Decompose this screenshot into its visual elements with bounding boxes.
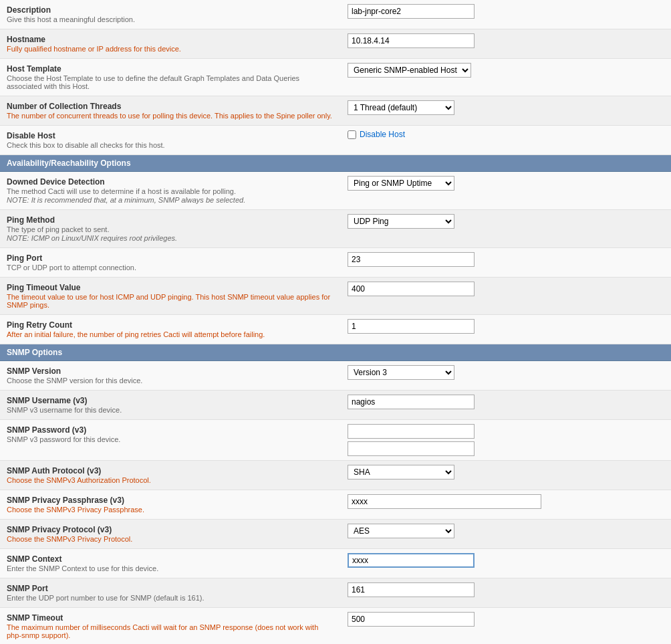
snmp-privacy-protocol-select[interactable]: AES DES xyxy=(348,524,454,538)
hostname-title: Hostname xyxy=(7,35,334,44)
collection-threads-title: Number of Collection Threads xyxy=(7,102,334,111)
snmp-password-label-col: SNMP Password (v3) SNMP v3 password for … xyxy=(0,420,341,449)
hostname-desc: Fully qualified hostname or IP address f… xyxy=(7,45,334,53)
snmp-context-label-col: SNMP Context Enter the SNMP Context to u… xyxy=(0,549,341,578)
host-template-select[interactable]: Generic SNMP-enabled Host xyxy=(348,63,471,78)
snmp-timeout-label-col: SNMP Timeout The maximum number of milli… xyxy=(0,608,341,644)
ping-timeout-desc: The timeout value to use for host ICMP a… xyxy=(7,293,334,309)
snmp-version-title: SNMP Version xyxy=(7,366,334,376)
snmp-privacy-protocol-label-col: SNMP Privacy Protocol (v3) Choose the SN… xyxy=(0,520,341,548)
snmp-privacy-protocol-row: SNMP Privacy Protocol (v3) Choose the SN… xyxy=(0,520,671,549)
snmp-username-input-col xyxy=(341,391,671,413)
snmp-version-select[interactable]: Version 1 Version 2 Version 3 xyxy=(348,365,454,380)
snmp-version-input-col: Version 1 Version 2 Version 3 xyxy=(341,361,671,384)
hostname-input[interactable] xyxy=(348,33,475,48)
snmp-password-confirm-input[interactable] xyxy=(348,441,475,456)
form-container: Description Give this host a meaningful … xyxy=(0,0,671,644)
ping-retry-input[interactable] xyxy=(348,319,475,334)
snmp-auth-protocol-select[interactable]: SHA MD5 xyxy=(348,465,454,479)
snmp-port-title: SNMP Port xyxy=(7,584,334,593)
snmp-password-input-col xyxy=(341,420,671,460)
collection-threads-select[interactable]: 1 Thread (default) 2 Threads 4 Threads xyxy=(348,100,454,115)
ping-timeout-row: Ping Timeout Value The timeout value to … xyxy=(0,278,671,315)
disable-host-checkbox-label[interactable]: Disable Host xyxy=(348,130,405,139)
snmp-timeout-input[interactable] xyxy=(348,612,475,627)
ping-method-select[interactable]: UDP Ping ICMP Ping TCP Ping xyxy=(348,214,454,229)
ping-timeout-title: Ping Timeout Value xyxy=(7,283,334,292)
ping-timeout-label-col: Ping Timeout Value The timeout value to … xyxy=(0,278,341,314)
snmp-username-row: SNMP Username (v3) SNMP v3 username for … xyxy=(0,391,671,420)
snmp-port-input-col xyxy=(341,578,671,601)
description-label-col: Description Give this host a meaningful … xyxy=(0,0,341,29)
snmp-password-row: SNMP Password (v3) SNMP v3 password for … xyxy=(0,420,671,461)
host-template-row: Host Template Choose the Host Template t… xyxy=(0,59,671,96)
downed-detection-desc1: The method Cacti will use to determine i… xyxy=(7,187,334,195)
snmp-privacy-protocol-desc: Choose the SNMPv3 Privacy Protocol. xyxy=(7,535,334,543)
snmp-auth-protocol-desc: Choose the SNMPv3 Authorization Protocol… xyxy=(7,476,334,484)
ping-port-title: Ping Port xyxy=(7,253,334,263)
snmp-username-input[interactable] xyxy=(348,395,475,409)
snmp-version-label-col: SNMP Version Choose the SNMP version for… xyxy=(0,361,341,390)
disable-host-checkbox[interactable] xyxy=(348,130,356,139)
snmp-context-input[interactable] xyxy=(348,553,475,568)
snmp-auth-protocol-row: SNMP Auth Protocol (v3) Choose the SNMPv… xyxy=(0,461,671,490)
ping-method-desc2: NOTE: ICMP on Linux/UNIX requires root p… xyxy=(7,234,334,242)
snmp-password-desc: SNMP v3 password for this device. xyxy=(7,435,334,443)
collection-threads-input-col: 1 Thread (default) 2 Threads 4 Threads xyxy=(341,96,671,119)
collection-threads-desc: The number of concurrent threads to use … xyxy=(7,112,334,120)
snmp-context-row: SNMP Context Enter the SNMP Context to u… xyxy=(0,549,671,578)
collection-threads-row: Number of Collection Threads The number … xyxy=(0,96,671,126)
disable-host-desc: Check this box to disable all checks for… xyxy=(7,141,334,149)
host-template-desc: Choose the Host Template to use to defin… xyxy=(7,74,334,90)
downed-detection-label-col: Downed Device Detection The method Cacti… xyxy=(0,172,341,209)
ping-port-desc: TCP or UDP port to attempt connection. xyxy=(7,263,334,272)
ping-port-row: Ping Port TCP or UDP port to attempt con… xyxy=(0,248,671,278)
snmp-context-title: SNMP Context xyxy=(7,554,334,564)
ping-method-row: Ping Method The type of ping packet to s… xyxy=(0,210,671,248)
ping-retry-desc: After an initial failure, the number of … xyxy=(7,330,334,338)
snmp-username-desc: SNMP v3 username for this device. xyxy=(7,406,334,414)
snmp-port-input[interactable] xyxy=(348,582,475,597)
snmp-context-input-col xyxy=(341,549,671,572)
snmp-username-label-col: SNMP Username (v3) SNMP v3 username for … xyxy=(0,391,341,419)
hostname-row: Hostname Fully qualified hostname or IP … xyxy=(0,29,671,59)
hostname-input-col xyxy=(341,29,671,52)
downed-detection-input-col: Ping or SNMP Uptime Ping SNMP Uptime Non… xyxy=(341,172,671,195)
disable-host-label-col: Disable Host Check this box to disable a… xyxy=(0,126,341,154)
ping-retry-title: Ping Retry Count xyxy=(7,320,334,330)
snmp-privacy-passphrase-input-col xyxy=(341,490,671,513)
ping-timeout-input-col xyxy=(341,278,671,300)
description-title: Description xyxy=(7,5,334,15)
host-template-input-col: Generic SNMP-enabled Host xyxy=(341,59,671,82)
ping-method-desc1: The type of ping packet to sent. xyxy=(7,225,334,233)
snmp-username-title: SNMP Username (v3) xyxy=(7,396,334,405)
ping-retry-label-col: Ping Retry Count After an initial failur… xyxy=(0,315,341,344)
downed-detection-desc2: NOTE: It is recommended that, at a minim… xyxy=(7,196,334,204)
disable-host-title: Disable Host xyxy=(7,131,334,140)
description-input[interactable] xyxy=(348,4,475,19)
ping-port-label-col: Ping Port TCP or UDP port to attempt con… xyxy=(0,248,341,277)
snmp-auth-protocol-title: SNMP Auth Protocol (v3) xyxy=(7,466,334,475)
snmp-port-label-col: SNMP Port Enter the UDP port number to u… xyxy=(0,578,341,607)
snmp-password-title: SNMP Password (v3) xyxy=(7,425,334,435)
ping-timeout-input[interactable] xyxy=(348,282,475,296)
downed-detection-select[interactable]: Ping or SNMP Uptime Ping SNMP Uptime Non… xyxy=(348,176,454,191)
snmp-privacy-passphrase-input[interactable] xyxy=(348,494,541,509)
snmp-password-input[interactable] xyxy=(348,424,475,439)
ping-method-input-col: UDP Ping ICMP Ping TCP Ping xyxy=(341,210,671,233)
snmp-port-desc: Enter the UDP port number to use for SNM… xyxy=(7,594,334,602)
snmp-version-row: SNMP Version Choose the SNMP version for… xyxy=(0,361,671,391)
snmp-port-row: SNMP Port Enter the UDP port number to u… xyxy=(0,578,671,608)
disable-host-input-col: Disable Host xyxy=(341,126,671,143)
description-row: Description Give this host a meaningful … xyxy=(0,0,671,29)
snmp-timeout-desc: The maximum number of milliseconds Cacti… xyxy=(7,623,334,639)
ping-method-label-col: Ping Method The type of ping packet to s… xyxy=(0,210,341,247)
snmp-privacy-passphrase-label-col: SNMP Privacy Passphrase (v3) Choose the … xyxy=(0,490,341,519)
snmp-context-desc: Enter the SNMP Context to use for this d… xyxy=(7,564,334,572)
snmp-timeout-title: SNMP Timeout xyxy=(7,613,334,623)
ping-port-input-col xyxy=(341,248,671,271)
ping-port-input[interactable] xyxy=(348,252,475,267)
snmp-privacy-passphrase-title: SNMP Privacy Passphrase (v3) xyxy=(7,496,334,505)
disable-host-row: Disable Host Check this box to disable a… xyxy=(0,126,671,155)
snmp-auth-protocol-input-col: SHA MD5 xyxy=(341,461,671,484)
